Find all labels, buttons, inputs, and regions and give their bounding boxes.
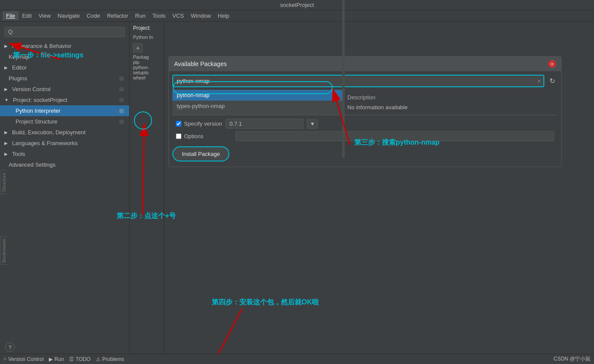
sidebar-item-editor[interactable]: ▶ Editor: [0, 62, 129, 73]
menu-view[interactable]: View: [35, 11, 54, 20]
search-input-wrapper: ×: [172, 75, 544, 87]
package-search-input[interactable]: [173, 76, 543, 86]
status-run[interactable]: ▶ Run: [49, 356, 64, 362]
structure-tab[interactable]: Structure: [0, 170, 7, 194]
packages-footer: Specify version ▼ Options: [172, 115, 558, 145]
sidebar-item-tools[interactable]: ▶ Tools: [0, 149, 129, 159]
options-label: Options: [176, 133, 232, 139]
sidebar-item-label: Advanced Settings: [9, 161, 55, 168]
expand-arrow: ▶: [4, 65, 8, 70]
sidebar-item-label: Keymap: [9, 54, 29, 60]
sidebar-item-build[interactable]: ▶ Build, Execution, Deployment: [0, 127, 129, 138]
dialog-close-button[interactable]: ×: [548, 60, 556, 68]
expand-arrow: ▶: [4, 141, 8, 146]
options-text: Options: [184, 133, 203, 139]
status-problems[interactable]: ⚠ Problems: [96, 356, 124, 362]
menu-refactor[interactable]: Refactor: [104, 11, 132, 20]
expand-arrow: ▶: [4, 44, 8, 48]
settings-content: Project: Python In + Packag pip python- …: [130, 22, 164, 353]
settings-group: ▶ Appearance & Behavior Keymap ▶ Editor …: [0, 41, 129, 170]
menu-file[interactable]: File: [3, 11, 19, 20]
specify-version-checkbox[interactable]: [176, 121, 181, 127]
options-input[interactable]: [235, 131, 554, 141]
status-version-control[interactable]: ⑂ Version Control: [3, 356, 44, 362]
install-package-button[interactable]: Install Package: [172, 146, 229, 161]
add-package-button[interactable]: +: [133, 43, 143, 53]
search-clear-button[interactable]: ×: [537, 78, 541, 85]
expand-arrow: ▶: [4, 87, 8, 92]
menu-navigate[interactable]: Navigate: [54, 11, 83, 20]
vc-label: Version Control: [8, 356, 44, 362]
project-icon: ⊞: [119, 97, 124, 103]
refresh-button[interactable]: ↻: [547, 75, 558, 87]
sidebar-item-label: Build, Execution, Deployment: [12, 129, 86, 136]
menu-help[interactable]: Help: [214, 11, 233, 20]
help-button[interactable]: ?: [5, 342, 15, 352]
packages-main: python-nmap types-python-nmap Descriptio…: [172, 90, 558, 115]
vc-icon: ⊞: [119, 86, 124, 92]
packages-dialog: Available Packages × × ↻ python-nmap: [168, 56, 562, 167]
vc-icon: ⑂: [3, 356, 6, 362]
footer-row-version: Specify version ▼: [176, 119, 554, 129]
package-name: python-nmap: [177, 92, 210, 98]
pkg-row: pip: [133, 60, 160, 65]
todo-icon: ☰: [69, 356, 74, 362]
run-label: Run: [54, 356, 64, 362]
options-checkbox[interactable]: [176, 133, 181, 139]
sidebar-item-version-control[interactable]: ▶ Version Control ⊞: [0, 84, 129, 95]
sidebar-item-label: Appearance & Behavior: [12, 43, 71, 49]
pi-icon: ⊞: [119, 108, 124, 114]
status-bar: ⑂ Version Control ▶ Run ☰ TODO ⚠ Problem…: [0, 354, 594, 364]
title-bar: socketProject: [0, 0, 594, 10]
plugins-icon: ⊞: [119, 75, 124, 82]
sidebar-item-project[interactable]: ▼ Project: socketProject ⊞: [0, 95, 129, 105]
packages-list: python-nmap types-python-nmap: [172, 90, 343, 115]
packages-description: Description No information available: [343, 90, 558, 115]
menu-run[interactable]: Run: [132, 11, 149, 20]
table-toolbar: +: [133, 43, 160, 53]
menu-tools[interactable]: Tools: [149, 11, 169, 20]
packages-list-abbrev: Packag pip python- setupto wheel: [133, 54, 160, 80]
description-label: Description: [347, 94, 553, 101]
ps-icon: ⊞: [119, 118, 124, 125]
install-btn-wrapper: Install Package: [172, 145, 558, 163]
todo-label: TODO: [76, 356, 90, 362]
settings-content-title: Project:: [133, 25, 160, 31]
description-value: No information available: [347, 104, 553, 111]
sidebar-item-keymap[interactable]: Keymap: [0, 51, 129, 62]
package-name: types-python-nmap: [177, 103, 225, 109]
menu-window[interactable]: Window: [187, 11, 214, 20]
search-bar-row: × ↻: [172, 75, 558, 87]
package-item-python-nmap[interactable]: python-nmap: [172, 90, 343, 101]
csdn-label: CSDN @宁小鼠: [553, 355, 591, 363]
sidebar-item-project-structure[interactable]: Project Structure ⊞: [0, 116, 129, 127]
sidebar-item-advanced[interactable]: Advanced Settings: [0, 159, 129, 170]
specify-version-checkbox-label[interactable]: Specify version: [176, 120, 222, 127]
settings-search-input[interactable]: [4, 27, 125, 37]
sidebar-item-python-interpreter[interactable]: Python Interpreter ⊞: [0, 105, 129, 116]
expand-arrow: ▶: [4, 130, 8, 135]
settings-sidebar: ▶ Appearance & Behavior Keymap ▶ Editor …: [0, 22, 130, 353]
menu-edit[interactable]: Edit: [19, 11, 35, 20]
expand-arrow: ▼: [4, 98, 9, 102]
help-icon: ?: [8, 344, 11, 351]
package-item-types-python-nmap[interactable]: types-python-nmap: [172, 101, 343, 111]
pkg-row: Packag: [133, 54, 160, 60]
menu-bar: File Edit View Navigate Code Refactor Ru…: [0, 10, 594, 22]
packages-scrollbar[interactable]: [342, 0, 345, 158]
bookmarks-tab[interactable]: Bookmarks: [0, 237, 7, 265]
sidebar-item-plugins[interactable]: Plugins ⊞: [0, 73, 129, 84]
version-dropdown-button[interactable]: ▼: [307, 119, 318, 129]
status-todo[interactable]: ☰ TODO: [69, 356, 90, 362]
sidebar-item-languages[interactable]: ▶ Languages & Frameworks: [0, 138, 129, 149]
menu-code[interactable]: Code: [83, 11, 104, 20]
dialog-title: Available Packages: [174, 60, 227, 67]
pkg-row: python-: [133, 65, 160, 70]
version-input[interactable]: [226, 119, 303, 129]
menu-vcs[interactable]: VCS: [169, 11, 187, 20]
footer-row-options: Options: [176, 131, 554, 141]
sidebar-item-label: Tools: [12, 151, 25, 157]
pkg-row: setupto: [133, 70, 160, 75]
sidebar-item-label: Version Control: [12, 86, 51, 92]
sidebar-item-appearance[interactable]: ▶ Appearance & Behavior: [0, 41, 129, 51]
